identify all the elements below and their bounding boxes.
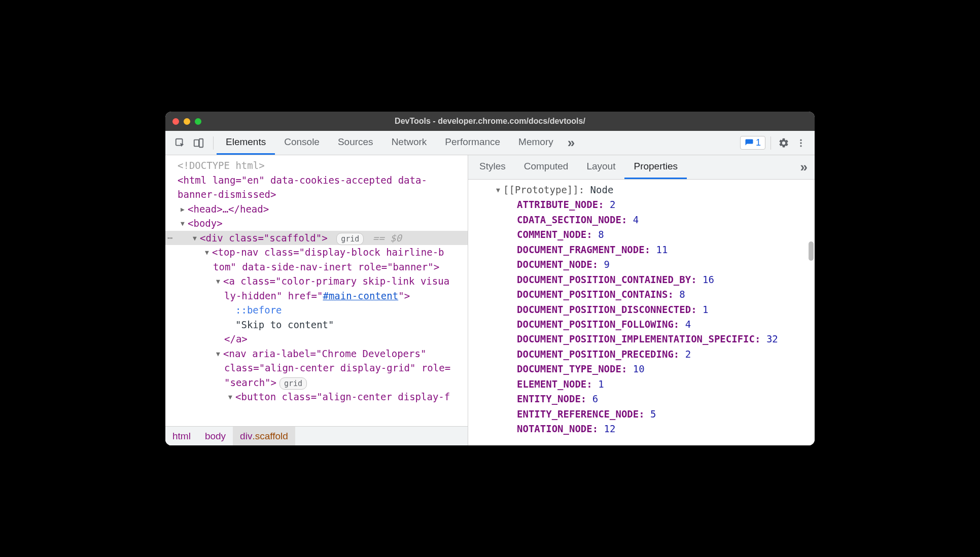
property-key: ENTITY_NODE	[517, 393, 581, 404]
property-row[interactable]: ENTITY_REFERENCE_NODE: 5	[473, 407, 815, 422]
property-row[interactable]: DOCUMENT_TYPE_NODE: 10	[473, 362, 815, 376]
tab-sources[interactable]: Sources	[329, 131, 382, 155]
property-row[interactable]: DOCUMENT_POSITION_IMPLEMENTATION_SPECIFI…	[473, 332, 815, 346]
main-tabs: Elements Console Sources Network Perform…	[217, 131, 580, 155]
close-window-button[interactable]	[172, 118, 179, 125]
collapse-arrow-icon[interactable]: ▼	[216, 349, 222, 359]
property-key: DOCUMENT_FRAGMENT_NODE	[517, 244, 645, 255]
href-link[interactable]: #main-content	[323, 290, 398, 301]
device-toolbar-icon[interactable]	[191, 135, 206, 151]
property-value: 11	[656, 244, 668, 255]
collapse-arrow-icon[interactable]: ▼	[181, 219, 187, 229]
property-key: DOCUMENT_POSITION_PRECEDING	[517, 349, 674, 360]
sidebar-pane: Styles Computed Layout Properties » ▼[[P…	[468, 155, 815, 445]
breadcrumb-div-scaffold[interactable]: div.scaffold	[233, 427, 295, 445]
property-value: 1	[598, 378, 604, 390]
grid-badge[interactable]: grid	[336, 233, 364, 246]
property-key: DOCUMENT_NODE	[517, 259, 592, 270]
property-row[interactable]: ATTRIBUTE_NODE: 2	[473, 197, 815, 212]
collapse-arrow-icon[interactable]: ▼	[496, 185, 502, 195]
kebab-menu-icon[interactable]	[793, 135, 809, 151]
a-tag[interactable]: <a class="color-primary skip-link visua	[223, 275, 449, 287]
tab-properties[interactable]: Properties	[624, 155, 687, 179]
pseudo-before[interactable]: ::before	[235, 304, 282, 316]
tab-console[interactable]: Console	[275, 131, 329, 155]
property-key: DOCUMENT_POSITION_IMPLEMENTATION_SPECIFI…	[517, 333, 755, 344]
tab-layout[interactable]: Layout	[577, 155, 624, 179]
property-row[interactable]: DOCUMENT_NODE: 9	[473, 257, 815, 272]
property-row[interactable]: CDATA_SECTION_NODE: 4	[473, 213, 815, 227]
more-tabs-button[interactable]: »	[563, 131, 580, 155]
property-row[interactable]: NOTATION_NODE: 12	[473, 422, 815, 436]
window-title: DevTools - developer.chrome.com/docs/dev…	[165, 117, 815, 126]
property-row[interactable]: DOCUMENT_POSITION_DISCONNECTED: 1	[473, 302, 815, 317]
text-node[interactable]: "Skip to content"	[235, 319, 334, 330]
tab-performance[interactable]: Performance	[436, 131, 509, 155]
html-tag[interactable]: <html lang="en" data-cookies-accepted da…	[178, 175, 427, 186]
prototype-row[interactable]: ▼[[Prototype]]: Node	[473, 183, 815, 197]
property-value: 5	[650, 408, 656, 420]
maximize-window-button[interactable]	[195, 118, 201, 125]
doctype-node[interactable]: <!DOCTYPE html>	[178, 160, 265, 171]
head-tag[interactable]: <head>…</head>	[188, 203, 269, 215]
property-row[interactable]: ENTITY_NODE: 6	[473, 392, 815, 406]
elements-pane: <!DOCTYPE html> <html lang="en" data-coo…	[165, 155, 468, 445]
expand-arrow-icon[interactable]: ▶	[181, 204, 187, 215]
property-key: DOCUMENT_POSITION_CONTAINED_BY	[517, 274, 691, 285]
settings-icon[interactable]	[776, 135, 791, 151]
property-value: 8	[679, 289, 685, 300]
property-row[interactable]: DOCUMENT_POSITION_PRECEDING: 2	[473, 347, 815, 362]
dom-tree[interactable]: <!DOCTYPE html> <html lang="en" data-coo…	[165, 155, 468, 426]
toolbar-separator	[213, 136, 214, 150]
nav-tag[interactable]: <nav aria-label="Chrome Developers"	[223, 348, 426, 359]
breadcrumb-html[interactable]: html	[165, 427, 198, 445]
collapse-arrow-icon[interactable]: ▼	[228, 392, 234, 402]
tab-elements[interactable]: Elements	[217, 131, 275, 155]
breadcrumb-body[interactable]: body	[198, 427, 233, 445]
property-key: ENTITY_REFERENCE_NODE	[517, 408, 639, 420]
property-value: 2	[610, 199, 615, 210]
property-row[interactable]: DOCUMENT_POSITION_CONTAINED_BY: 16	[473, 272, 815, 287]
tab-styles[interactable]: Styles	[470, 155, 515, 179]
property-row[interactable]: DOCUMENT_POSITION_FOLLOWING: 4	[473, 317, 815, 332]
a-close-tag[interactable]: </a>	[224, 333, 248, 344]
main-toolbar: Elements Console Sources Network Perform…	[165, 131, 815, 155]
issues-icon	[745, 138, 754, 148]
property-key: NOTATION_NODE	[517, 423, 592, 434]
more-sidebar-tabs-button[interactable]: »	[795, 155, 813, 179]
body-tag[interactable]: <body>	[188, 218, 223, 229]
svg-rect-1	[194, 140, 199, 146]
button-tag[interactable]: <button class="align-center display-f	[235, 391, 450, 402]
inspect-element-icon[interactable]	[172, 135, 188, 151]
toolbar-separator	[771, 136, 771, 150]
traffic-lights	[172, 118, 201, 125]
collapse-arrow-icon[interactable]: ▼	[193, 233, 199, 243]
properties-list[interactable]: ▼[[Prototype]]: Node ATTRIBUTE_NODE: 2CD…	[468, 180, 815, 445]
titlebar: DevTools - developer.chrome.com/docs/dev…	[165, 112, 815, 131]
collapse-arrow-icon[interactable]: ▼	[216, 276, 222, 287]
property-key: DOCUMENT_POSITION_CONTAINS	[517, 289, 668, 300]
property-row[interactable]: DOCUMENT_FRAGMENT_NODE: 11	[473, 242, 815, 257]
property-row[interactable]: ELEMENT_NODE: 1	[473, 377, 815, 392]
scrollbar-thumb[interactable]	[809, 241, 814, 261]
minimize-window-button[interactable]	[184, 118, 190, 125]
property-key: DOCUMENT_POSITION_FOLLOWING	[517, 319, 674, 330]
property-row[interactable]: COMMENT_NODE: 8	[473, 227, 815, 242]
collapse-arrow-icon[interactable]: ▼	[205, 248, 211, 258]
property-key: ELEMENT_NODE	[517, 378, 586, 390]
tab-network[interactable]: Network	[382, 131, 436, 155]
property-row[interactable]: DOCUMENT_POSITION_CONTAINS: 8	[473, 287, 815, 302]
tab-computed[interactable]: Computed	[515, 155, 578, 179]
property-key: DOCUMENT_POSITION_DISCONNECTED	[517, 304, 691, 315]
property-value: 6	[592, 393, 598, 404]
property-value: 1	[703, 304, 708, 315]
issues-badge[interactable]: 1	[740, 136, 765, 150]
property-key: ATTRIBUTE_NODE	[517, 199, 598, 210]
property-value: 10	[633, 363, 645, 374]
tab-memory[interactable]: Memory	[509, 131, 563, 155]
breadcrumb: html body div.scaffold	[165, 426, 468, 445]
selected-node[interactable]: ▼<div class="scaffold"> grid == $0	[165, 231, 468, 246]
grid-badge[interactable]: grid	[279, 377, 307, 390]
property-key: DOCUMENT_TYPE_NODE	[517, 363, 621, 374]
topnav-tag[interactable]: <top-nav class="display-block hairline-b	[212, 247, 444, 258]
